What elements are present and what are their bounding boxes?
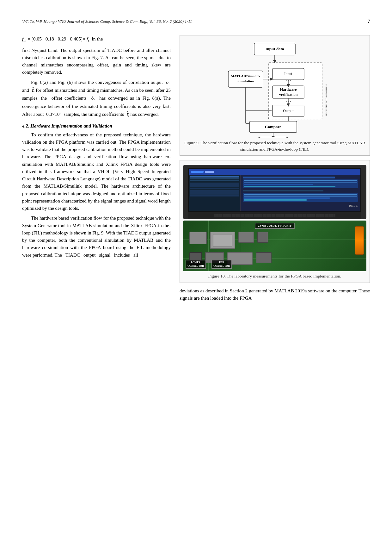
- svg-rect-31: [256, 137, 291, 138]
- figure-10-box: DELL: [180, 160, 370, 283]
- svg-text:Input: Input: [284, 72, 292, 76]
- svg-text:Input data: Input data: [266, 47, 284, 51]
- right-bottom-paragraph: deviations as described in Section 2 gen…: [180, 287, 370, 302]
- figure-9-diagram: Input data Hardware Co-simulation MATLAB…: [183, 40, 366, 138]
- two-column-layout: fin = [0.05 0.18 0.29 0.405]× fs in the …: [22, 35, 370, 304]
- fpga-kit-label: ZYNO-7 ZC702 FPGA KIT: [255, 223, 295, 229]
- figure-9-box: Input data Hardware Co-simulation MATLAB…: [180, 35, 370, 156]
- right-column: Input data Hardware Co-simulation MATLAB…: [180, 35, 370, 304]
- left-column: fin = [0.05 0.18 0.29 0.405]× fs in the …: [22, 35, 171, 304]
- figure-10-caption: Figure 10. The laboratory measurements f…: [183, 273, 366, 279]
- svg-text:Compare: Compare: [265, 124, 281, 129]
- paragraph-1: first Nyquist band. The output spectrum …: [22, 47, 171, 76]
- usb-connector-label: USBCONNECTOR: [211, 260, 232, 269]
- page-number: 7: [368, 19, 370, 24]
- svg-text:Output: Output: [283, 109, 294, 113]
- paragraph-2: Fig. 8(a) and Fig. (b) shows the converg…: [22, 79, 171, 119]
- page: V-T. Ta, V-P. Hoang / VNU Journal of Sci…: [0, 0, 392, 555]
- formula-line: fin = [0.05 0.18 0.29 0.405]× fs in the: [22, 35, 171, 44]
- svg-text:MATLAB/Simulink: MATLAB/Simulink: [231, 74, 260, 78]
- section-paragraph-1: To confirm the effectiveness of the prop…: [22, 131, 171, 212]
- svg-text:Hardware: Hardware: [280, 87, 297, 92]
- section-paragraph-2: The hardware based verification flow for…: [22, 215, 171, 259]
- page-header: V-T. Ta, V-P. Hoang / VNU Journal of Sci…: [22, 19, 370, 26]
- power-connector-label: POWERCONNECTOR: [186, 260, 206, 269]
- svg-text:Hardware Co-simulation: Hardware Co-simulation: [325, 84, 327, 115]
- svg-text:verification: verification: [279, 92, 298, 97]
- header-citation: V-T. Ta, V-P. Hoang / VNU Journal of Sci…: [22, 19, 192, 24]
- section-heading: 4.2. Hardware Implementation and Validat…: [22, 123, 171, 129]
- svg-text:Simulation: Simulation: [237, 79, 254, 83]
- flow-diagram-svg: Input data Hardware Co-simulation MATLAB…: [223, 40, 327, 138]
- figure-9-caption: Figure 9. The verification flow for the …: [183, 140, 366, 152]
